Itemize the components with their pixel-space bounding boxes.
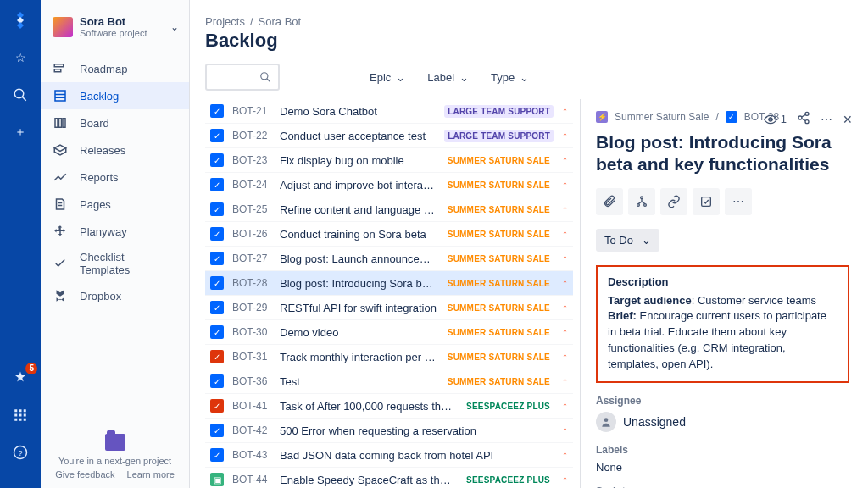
issue-row[interactable]: ✓BOT-41Task of After 100,000 requests th… (205, 394, 573, 419)
chevron-down-icon: ⌄ (642, 234, 651, 247)
search-icon[interactable] (10, 85, 31, 105)
sidebar-item-label: Board (80, 117, 109, 130)
epic-tag: SUMMER SATURN SALE (444, 228, 554, 241)
give-feedback-link[interactable]: Give feedback (55, 469, 114, 480)
chevron-down-icon: ⌄ (396, 71, 405, 84)
description-section[interactable]: Description Target audience: Customer se… (596, 265, 849, 383)
sidebar-item-dropbox[interactable]: Dropbox (41, 282, 189, 309)
share-icon[interactable] (797, 111, 810, 127)
epic-filter[interactable]: Epic⌄ (368, 68, 407, 87)
sidebar-item-reports[interactable]: Reports (41, 164, 189, 191)
epic-icon: ⚡ (596, 111, 608, 123)
epic-tag: SUMMER SATURN SALE (444, 154, 554, 167)
filter-bar: Epic⌄ Label⌄ Type⌄ (190, 60, 868, 99)
detail-epic-link[interactable]: Summer Saturn Sale (615, 111, 709, 123)
add-child-button[interactable] (628, 188, 655, 215)
breadcrumb-project[interactable]: Sora Bot (259, 15, 302, 28)
issue-row[interactable]: ✓BOT-43Bad JSON data coming back from ho… (205, 443, 573, 468)
issue-type-icon: ✓ (210, 424, 224, 437)
help-icon[interactable]: ? (10, 442, 31, 463)
label-filter[interactable]: Label⌄ (426, 68, 470, 87)
priority-icon: ↑ (562, 399, 568, 413)
labels-field[interactable]: None (596, 461, 849, 474)
type-filter[interactable]: Type⌄ (489, 68, 531, 87)
create-icon[interactable]: ＋ (10, 122, 31, 142)
jira-logo[interactable] (10, 10, 31, 30)
project-type: Software project (80, 28, 170, 38)
issue-type-icon: ✓ (210, 350, 224, 363)
issue-summary: 500 Error when requesting a reservation (280, 424, 554, 437)
priority-icon: ↑ (562, 276, 568, 290)
priority-icon: ↑ (562, 252, 568, 265)
chevron-down-icon[interactable]: ⌄ (170, 21, 182, 33)
epic-tag: SEESPACEEZ PLUS (463, 400, 554, 413)
project-avatar (53, 17, 73, 37)
epic-tag: SUMMER SATURN SALE (444, 203, 554, 216)
learn-more-link[interactable]: Learn more (127, 469, 175, 480)
app-switcher-icon[interactable] (10, 405, 31, 425)
issue-key: BOT-28 (232, 277, 271, 289)
link-button[interactable] (660, 188, 687, 215)
issue-row[interactable]: ✓BOT-22Conduct user acceptance testLARGE… (205, 124, 573, 148)
issue-row[interactable]: ✓BOT-25Refine content and language model… (205, 197, 573, 222)
issue-summary: Test (280, 375, 444, 388)
issue-type-icon: ▣ (210, 473, 224, 486)
svg-point-38 (604, 418, 609, 422)
sidebar-footer: You're in a next-gen project Give feedba… (41, 425, 189, 488)
issue-key: BOT-25 (232, 203, 271, 215)
svg-rect-2 (14, 409, 17, 412)
star-icon[interactable]: ☆ (10, 47, 31, 68)
issue-summary: Blog post: Introducing Sora beta a... (280, 277, 444, 290)
watch-button[interactable]: 1 (764, 113, 787, 126)
sidebar-item-roadmap[interactable]: Roadmap (41, 55, 189, 82)
more-icon[interactable]: ⋯ (821, 113, 832, 126)
issue-title[interactable]: Blog post: Introducing Sora beta and key… (596, 131, 849, 176)
issue-row[interactable]: ✓BOT-24Adjust and improve bot interactio… (205, 173, 573, 197)
svg-rect-20 (63, 119, 65, 128)
project-name: Sora Bot (80, 15, 170, 28)
attach-button[interactable] (596, 188, 623, 215)
project-header[interactable]: Sora Bot Software project ⌄ (41, 0, 189, 50)
svg-rect-6 (19, 414, 22, 417)
sidebar-item-planyway[interactable]: Planyway (41, 218, 189, 245)
issue-row[interactable]: ▣BOT-44Enable Speedy SpaceCraft as the p… (205, 468, 573, 488)
svg-rect-3 (19, 409, 22, 412)
issue-key: BOT-26 (232, 228, 271, 240)
backlog-list[interactable]: ✓BOT-21Demo Sora ChatbotLARGE TEAM SUPPO… (190, 99, 580, 488)
svg-line-30 (802, 119, 806, 121)
issue-row[interactable]: ✓BOT-27Blog post: Launch announcementSUM… (205, 247, 573, 271)
sidebar-item-label: Checklist Templates (80, 251, 177, 276)
epic-tag: SUMMER SATURN SALE (444, 179, 554, 191)
svg-point-31 (641, 197, 643, 199)
search-input[interactable] (205, 64, 280, 91)
issue-row[interactable]: ✓BOT-42500 Error when requesting a reser… (205, 419, 573, 443)
issue-row[interactable]: ✓BOT-23Fix display bug on mobileSUMMER S… (205, 148, 573, 173)
issue-row[interactable]: ✓BOT-26Conduct training on Sora betaSUMM… (205, 222, 573, 247)
issue-row[interactable]: ✓BOT-36TestSUMMER SATURN SALE↑ (205, 369, 573, 394)
issue-type-icon: ✓ (210, 227, 224, 241)
epic-tag: SEESPACEEZ PLUS (463, 474, 554, 486)
close-icon[interactable]: ✕ (843, 113, 853, 126)
sidebar-item-pages[interactable]: Pages (41, 191, 189, 218)
issue-row[interactable]: ✓BOT-28Blog post: Introducing Sora beta … (205, 271, 573, 296)
sidebar-icon (53, 256, 68, 271)
priority-icon: ↑ (562, 153, 568, 167)
breadcrumb-root[interactable]: Projects (205, 15, 245, 28)
assignee-field[interactable]: Unassigned (596, 412, 849, 432)
sidebar-item-label: Planyway (80, 225, 127, 238)
issue-key: BOT-41 (232, 400, 271, 412)
notifications-icon[interactable]: 5 (10, 368, 31, 388)
issue-row[interactable]: ✓BOT-29RESTful API for swift integration… (205, 296, 573, 320)
issue-row[interactable]: ✓BOT-30Demo videoSUMMER SATURN SALE↑ (205, 320, 573, 345)
status-dropdown[interactable]: To Do⌄ (596, 229, 659, 252)
sidebar-item-releases[interactable]: Releases (41, 136, 189, 164)
priority-icon: ↑ (562, 129, 568, 142)
sidebar-item-backlog[interactable]: Backlog (41, 82, 189, 109)
issue-row[interactable]: ✓BOT-21Demo Sora ChatbotLARGE TEAM SUPPO… (205, 99, 573, 124)
issue-detail-panel: ⚡ Summer Saturn Sale / ✓ BOT-28 1 ⋯ ✕ Bl… (580, 99, 868, 488)
more-actions-button[interactable]: ⋯ (725, 188, 752, 215)
issue-row[interactable]: ✓BOT-31Track monthly interaction per vis… (205, 345, 573, 369)
sidebar-item-board[interactable]: Board (41, 109, 189, 136)
sidebar-item-checklist-templates[interactable]: Checklist Templates (41, 245, 189, 282)
checkbox-button[interactable] (693, 188, 720, 215)
